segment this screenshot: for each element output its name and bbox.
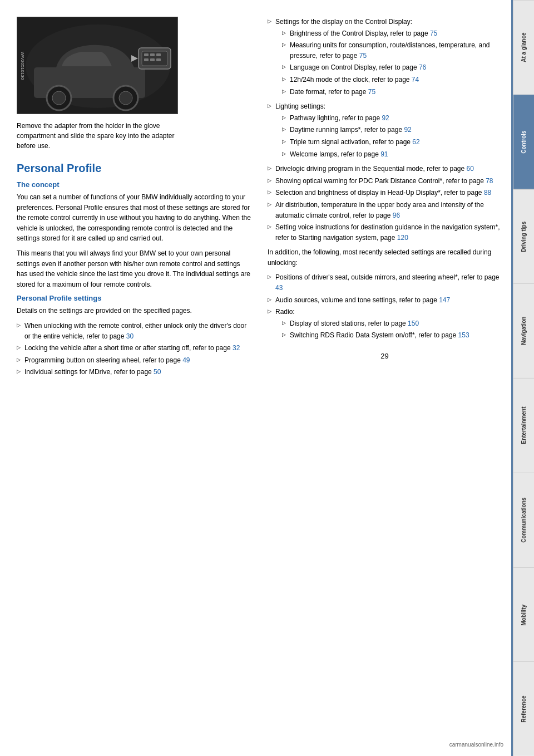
left-bullet-list: When unlocking with the remote control, … [17,321,251,377]
list-item: Positions of driver's seat, outside mirr… [268,272,502,293]
svg-rect-10 [150,53,155,56]
list-item: Radio: Display of stored stations, refer… [268,307,502,341]
link-147[interactable]: 147 [439,296,450,304]
section-title: Personal Profile [17,162,251,175]
list-item: Brightness of the Control Display, refer… [282,28,502,39]
sidebar-item-controls[interactable]: Controls [513,95,534,189]
link-75c[interactable]: 75 [368,88,375,96]
link-92a[interactable]: 92 [382,114,389,122]
link-96[interactable]: 96 [393,212,400,219]
link-75b[interactable]: 75 [359,52,367,60]
sidebar-item-driving-tips[interactable]: Driving tips [513,189,534,284]
image-caption: Remove the adapter from the holder in th… [17,121,178,151]
watermark: W/V20510130 [20,51,25,80]
link-153[interactable]: 153 [458,331,469,339]
concept-text-2: This means that you will always find you… [17,248,251,289]
page-number-bar [511,0,513,756]
sidebar: At a glance Controls Driving tips Naviga… [513,0,534,756]
list-item: Drivelogic driving program in the Sequen… [268,164,502,174]
additional-text: In addition, the following, most recentl… [268,247,502,268]
profile-settings-intro: Details on the settings are provided on … [17,306,251,316]
car-image: W/V20510130 [17,17,178,114]
svg-point-6 [119,91,132,105]
link-78[interactable]: 78 [486,177,493,185]
list-item: Air distribution, temperature in the upp… [268,200,502,220]
sidebar-item-navigation[interactable]: Navigation [513,283,534,378]
link-49[interactable]: 49 [182,356,190,364]
list-item: Measuring units for consumption, route/d… [282,40,502,61]
sidebar-item-entertainment[interactable]: Entertainment [513,378,534,473]
profile-settings-heading: Personal Profile settings [17,294,251,302]
link-30[interactable]: 30 [126,332,134,340]
svg-rect-12 [144,58,149,61]
list-item: Showing optical warning for PDC Park Dis… [268,176,502,186]
svg-point-4 [52,91,66,105]
sidebar-item-at-a-glance[interactable]: At a glance [513,0,534,95]
svg-rect-11 [156,53,161,56]
list-item: Individual settings for MDrive, refer to… [17,367,251,377]
link-120[interactable]: 120 [397,234,408,242]
list-item: Lighting settings: Pathway lighting, ref… [268,101,502,159]
link-91[interactable]: 91 [380,150,388,158]
sub-list: Brightness of the Control Display, refer… [275,28,502,97]
link-43[interactable]: 43 [275,284,283,292]
list-item: Switching RDS Radio Data System on/off*,… [282,330,502,341]
link-92b[interactable]: 92 [404,126,411,134]
svg-rect-14 [156,58,161,61]
link-60[interactable]: 60 [467,165,474,173]
list-item: 12h/24h mode of the clock, refer to page… [282,75,502,85]
link-32[interactable]: 32 [233,344,240,352]
list-item: Selection and brightness of display in H… [268,188,502,198]
sub-list: Display of stored stations, refer to pag… [275,318,502,341]
link-150[interactable]: 150 [408,320,419,327]
sidebar-item-communications[interactable]: Communications [513,473,534,567]
right-bullet-list: Settings for the display on the Control … [268,17,502,243]
list-item: Display of stored stations, refer to pag… [282,318,502,329]
list-item: Setting voice instructions for destinati… [268,222,502,243]
link-62[interactable]: 62 [412,138,419,146]
additional-bullet-list: Positions of driver's seat, outside mirr… [268,272,502,341]
list-item: Welcome lamps, refer to page 91 [282,149,502,160]
sub-list: Pathway lighting, refer to page 92 Dayti… [275,113,502,159]
sidebar-item-mobility[interactable]: Mobility [513,567,534,662]
bottom-logo: carmanualsonline.info [449,742,503,748]
list-item: When unlocking with the remote control, … [17,321,251,341]
list-item: Programming button on steering wheel, re… [17,355,251,366]
list-item: Language on Control Display, refer to pa… [282,62,502,73]
list-item: Settings for the display on the Control … [268,17,502,97]
page-number: 29 [268,352,502,360]
list-item: Locking the vehicle after a short time o… [17,343,251,354]
list-item: Triple turn signal activation, refer to … [282,137,502,148]
list-item: Daytime running lamps*, refer to page 92 [282,125,502,135]
svg-rect-13 [150,58,155,61]
link-74[interactable]: 74 [412,76,419,84]
list-item: Audio sources, volume and tone settings,… [268,295,502,306]
sidebar-item-reference[interactable]: Reference [513,661,534,756]
link-88[interactable]: 88 [484,189,491,197]
concept-heading: The concept [17,180,251,189]
list-item: Pathway lighting, refer to page 92 [282,113,502,124]
svg-rect-9 [144,53,149,56]
link-76[interactable]: 76 [419,63,426,71]
concept-text-1: You can set a number of functions of you… [17,192,251,244]
list-item: Date format, refer to page 75 [282,87,502,97]
link-75a[interactable]: 75 [430,30,437,37]
link-50[interactable]: 50 [154,368,161,376]
